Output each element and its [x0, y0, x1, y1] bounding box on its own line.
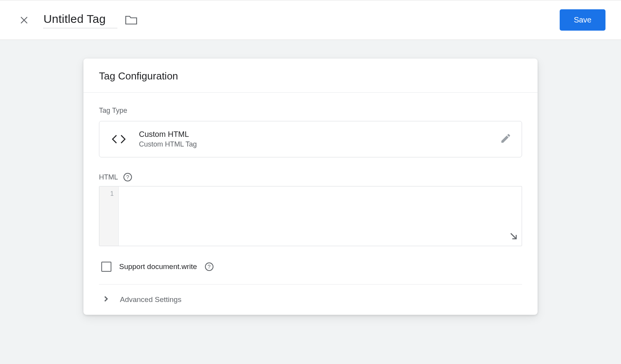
editor-gutter: 1 — [99, 186, 119, 246]
save-button[interactable]: Save — [560, 9, 605, 31]
chevron-right-icon — [103, 296, 109, 304]
close-button[interactable] — [19, 15, 29, 26]
svg-line-2 — [511, 233, 516, 239]
folder-button[interactable] — [124, 13, 138, 27]
advanced-settings-label: Advanced Settings — [120, 295, 181, 304]
tag-type-description: Custom HTML Tag — [139, 140, 500, 148]
tag-name-input[interactable] — [43, 12, 117, 28]
support-document-write-label: Support document.write — [119, 262, 197, 271]
help-icon[interactable]: ? — [123, 173, 132, 181]
advanced-settings-toggle[interactable]: Advanced Settings — [99, 285, 522, 315]
tag-configuration-card: Tag Configuration Tag Type Custom HTML C… — [83, 59, 538, 315]
card-title: Tag Configuration — [99, 70, 522, 82]
card-body: Tag Type Custom HTML Custom HTML Tag HTM… — [83, 93, 538, 315]
card-header: Tag Configuration — [83, 59, 538, 93]
editor-header: Save — [0, 0, 621, 40]
tag-type-text: Custom HTML Custom HTML Tag — [139, 130, 500, 148]
resize-handle[interactable] — [509, 232, 518, 242]
tag-type-selector[interactable]: Custom HTML Custom HTML Tag — [99, 121, 522, 157]
expand-icon — [509, 232, 518, 240]
folder-icon — [125, 14, 138, 26]
html-code-editor[interactable]: 1 — [99, 186, 522, 246]
close-icon — [19, 16, 29, 25]
help-icon[interactable]: ? — [205, 262, 213, 271]
edit-icon — [500, 133, 512, 146]
line-number: 1 — [99, 190, 114, 197]
tag-type-label: Tag Type — [99, 107, 522, 115]
html-field-label: HTML — [99, 173, 118, 181]
html-label-row: HTML ? — [99, 173, 522, 181]
code-icon — [109, 130, 128, 148]
support-document-write-checkbox[interactable] — [101, 262, 111, 272]
title-area — [43, 12, 138, 28]
editor-content[interactable] — [119, 186, 522, 246]
support-document-write-row: Support document.write ? — [99, 246, 522, 285]
tag-type-name: Custom HTML — [139, 130, 500, 139]
